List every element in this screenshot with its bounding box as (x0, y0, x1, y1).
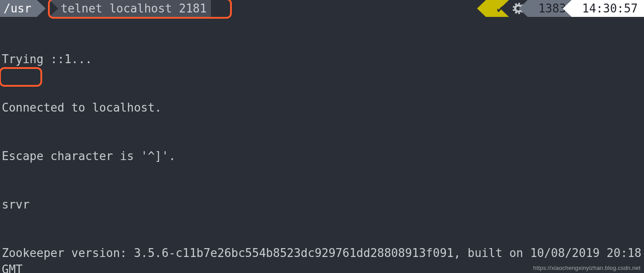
clock-text: 14:30:57 (582, 0, 638, 16)
history-number: 1383 (538, 0, 566, 16)
command-text: telnet localhost 2181 (61, 0, 207, 16)
segment-gap (37, 0, 49, 17)
command-segment[interactable]: telnet localhost 2181 (49, 0, 211, 17)
statusbar-spacer (211, 0, 486, 17)
shell-status-bar: /usr telnet localhost 2181 ✔ 1383 14:30:… (0, 0, 644, 17)
output-line: srvr (2, 197, 642, 213)
output-line: Trying ::1... (2, 51, 642, 67)
terminal-output[interactable]: Trying ::1... Connected to localhost. Es… (0, 17, 644, 273)
status-right-cluster: ✔ 1383 14:30:57 (486, 0, 644, 17)
watermark-text: https://xiaochengxinyizhan.blog.csdn.net (533, 264, 640, 272)
output-line: Connected to localhost. (2, 100, 642, 116)
cwd-text: /usr (4, 0, 32, 16)
cwd-segment: /usr (0, 0, 37, 17)
output-line: Escape character is '^]'. (2, 148, 642, 164)
clock-segment: 14:30:57 (572, 0, 644, 17)
